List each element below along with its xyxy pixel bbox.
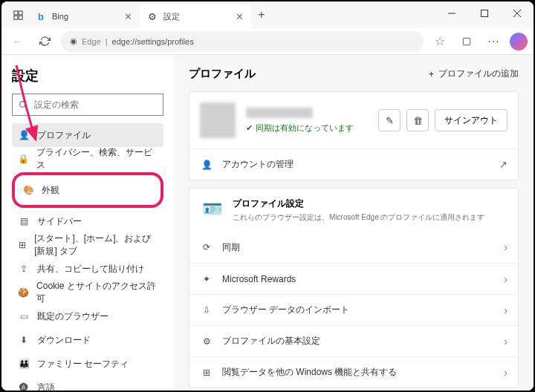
sidebar-item-share[interactable]: ⇪共有、コピーして貼り付け [12,257,163,281]
close-window-button[interactable] [501,1,534,25]
chevron-right-icon: › [504,304,508,316]
new-tab-button[interactable]: + [251,4,272,25]
sidebar-item-label: 既定のブラウザー [37,310,108,323]
section-title: プロファイル設定 [233,197,484,210]
minimize-button[interactable] [435,1,468,25]
svg-rect-5 [482,10,488,17]
import-icon: ⇩ [200,305,213,316]
edge-icon: ◉ [70,36,77,46]
share-icon: ⇪ [18,264,30,274]
language-icon: 🅐 [18,382,30,391]
row-label: ブラウザー データのインポート [222,304,349,316]
rewards-icon: ✦ [200,274,213,284]
sidebar-item-label: サイドバー [37,215,82,228]
collections-button[interactable] [456,31,477,52]
sidebar-item-profile[interactable]: 👤プロファイル [12,123,163,147]
page-title: プロファイル [189,67,256,81]
settings-sidebar: 設定 👤プロファイル 🔒プライバシー、検索、サービス 🎨外観 ▤サイドバー ⊞[… [1,55,174,391]
add-profile-label: プロファイルの追加 [438,68,519,80]
close-tab-icon[interactable]: ✕ [236,11,244,22]
tab-settings[interactable]: ⚙ 設定 ✕ [140,4,251,28]
back-button[interactable]: ← [7,31,28,52]
manage-account-row[interactable]: 👤 アカウントの管理 ↗ [189,148,518,180]
workspace-icon[interactable] [7,10,28,21]
annotation-highlight: 🎨外観 [12,172,163,208]
delete-profile-button[interactable]: 🗑 [406,109,429,131]
import-row[interactable]: ⇩ブラウザー データのインポート› [189,294,518,325]
trash-icon: 🗑 [413,115,423,126]
section-desc: これらのブラウザー設定は、Microsoft Edge のプロファイルに適用され… [233,212,484,223]
sidebar-item-downloads[interactable]: ⬇ダウンロード [12,328,163,352]
bing-favicon: b [36,11,46,22]
external-link-icon: ↗ [499,159,508,170]
home-icon: ⊞ [18,240,27,250]
sidebar-item-label: 言語 [37,382,55,391]
sidebar-item-label: ファミリー セーフティ [37,358,129,370]
pref-row[interactable]: ⚙プロファイルの基本設定› [189,325,518,356]
family-icon: 👪 [18,359,30,369]
sidebar-title: 設定 [12,67,163,85]
sidebar-item-default[interactable]: ▭既定のブラウザー [12,304,163,328]
sidebar-item-appearance[interactable]: 🎨外観 [16,178,159,202]
sync-row[interactable]: ⟳同期› [189,232,518,263]
lock-icon: 🔒 [18,154,29,164]
svg-line-10 [25,106,27,108]
profile-settings-header: 🪪 プロファイル設定 これらのブラウザー設定は、Microsoft Edge の… [189,189,518,232]
settings-favicon: ⚙ [147,11,158,22]
svg-rect-2 [13,16,17,19]
plus-icon: + [429,69,434,79]
edit-profile-button[interactable]: ✎ [378,109,401,131]
search-input[interactable] [34,99,157,110]
address-bar[interactable]: ◉ Edge | edge://settings/profiles [61,31,424,52]
sidebar-item-cookies[interactable]: 🍪Cookie とサイトのアクセス許可 [12,281,163,304]
sidebar-item-language[interactable]: 🅐言語 [12,376,163,391]
svg-point-9 [20,101,26,107]
share-windows-row[interactable]: ⊞閲覧データを他の Windows 機能と共有する› [189,356,518,388]
sidebar-item-start[interactable]: ⊞[スタート]、[ホーム]、および [新規] タブ [12,233,163,257]
sidebar-item-privacy[interactable]: 🔒プライバシー、検索、サービス [12,147,163,171]
check-icon: ✔ [246,123,253,133]
sidebar-icon: ▤ [18,216,30,226]
settings-search[interactable] [12,94,163,116]
sidebar-item-label: 共有、コピーして貼り付け [37,263,144,275]
tab-label: Bing [52,12,68,21]
close-tab-icon[interactable]: ✕ [124,11,132,22]
profile-card-icon: 🪪 [200,197,224,221]
cookie-icon: 🍪 [18,287,29,298]
download-icon: ⬇ [18,335,30,345]
more-button[interactable]: ⋯ [483,31,504,52]
favorite-button[interactable]: ☆ [429,31,450,52]
address-prefix: Edge [82,37,101,46]
refresh-button[interactable] [34,31,55,52]
copilot-button[interactable] [510,33,528,50]
chevron-right-icon: › [504,273,508,285]
rewards-row[interactable]: ✦Microsoft Rewards› [189,263,518,294]
profile-name-redacted [246,108,313,118]
tab-label: 設定 [163,11,180,22]
add-profile-button[interactable]: +プロファイルの追加 [429,68,519,80]
chevron-right-icon: › [504,241,508,253]
maximize-button[interactable] [468,1,501,25]
sidebar-item-sidebar[interactable]: ▤サイドバー [12,209,163,233]
browser-icon: ▭ [18,311,30,321]
profile-icon: 👤 [18,130,30,140]
person-icon: 👤 [200,160,213,170]
chevron-right-icon: › [504,367,508,379]
settings-icon: ⚙ [200,336,213,347]
svg-rect-8 [463,38,470,45]
row-label: 閲覧データを他の Windows 機能と共有する [222,366,397,379]
sidebar-item-label: プロファイル [37,129,91,142]
main-content: プロファイル +プロファイルの追加 ✔同期は有効になっています ✎ 🗑 サインア… [174,55,534,391]
signout-button[interactable]: サインアウト [435,109,508,131]
svg-rect-0 [13,10,17,14]
svg-rect-3 [19,16,22,19]
appearance-icon: 🎨 [22,185,34,195]
sidebar-item-label: [スタート]、[ホーム]、および [新規] タブ [34,232,158,258]
sidebar-item-family[interactable]: 👪ファミリー セーフティ [12,352,163,376]
pencil-icon: ✎ [386,115,394,126]
svg-rect-1 [19,10,22,14]
row-label: プロファイルの基本設定 [222,335,320,347]
sync-icon: ⟳ [200,242,213,252]
sidebar-item-label: 外観 [42,184,59,197]
tab-bing[interactable]: b Bing ✕ [28,4,140,28]
